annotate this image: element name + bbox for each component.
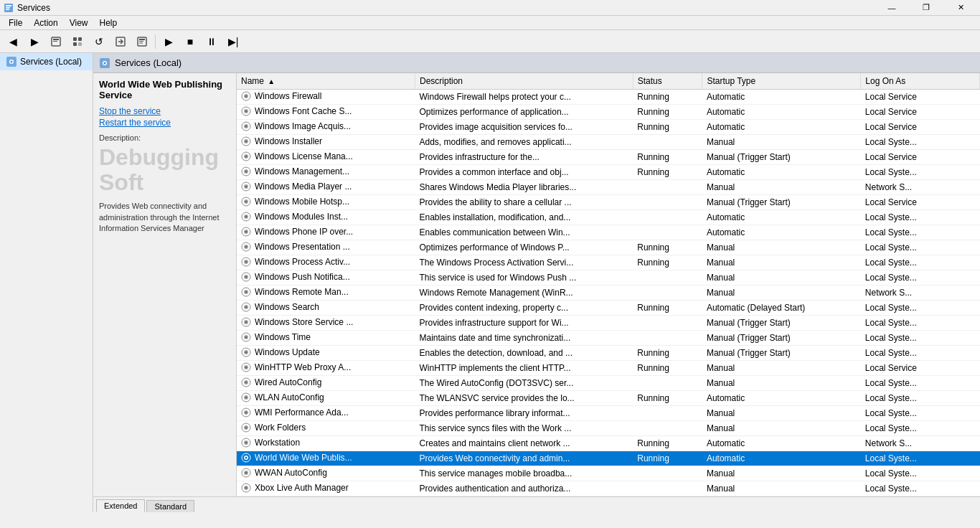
table-row[interactable]: Windows InstallerAdds, modifies, and rem… (237, 135, 980, 150)
svg-point-19 (11, 61, 13, 63)
svg-point-94 (245, 442, 248, 444)
svg-point-73 (245, 336, 248, 339)
column-header-logon[interactable]: Log On As (861, 73, 980, 90)
table-row[interactable]: Windows Push Notifica...This service is … (237, 270, 980, 286)
svg-point-46 (245, 201, 248, 203)
content-area: Services (Local) World Wide Web Publishi… (93, 53, 980, 512)
up-button[interactable] (46, 32, 66, 52)
svg-rect-16 (139, 42, 143, 43)
table-row[interactable]: Windows Process Activ...The Windows Proc… (237, 255, 980, 270)
table-row[interactable]: Windows Media Player ...Shares Windows M… (237, 180, 980, 195)
table-row[interactable]: Windows Management...Provides a common i… (237, 165, 980, 180)
table-row[interactable]: Windows Font Cache S...Optimizes perform… (237, 105, 980, 120)
menu-file[interactable]: File (3, 16, 28, 29)
back-button[interactable]: ◀ (3, 32, 23, 52)
split-view: World Wide Web Publishing Service Stop t… (93, 73, 980, 496)
restart-service-link[interactable]: Restart the service (99, 118, 230, 128)
sidebar-item-services-local[interactable]: Services (Local) (0, 53, 93, 70)
refresh-button[interactable]: ↺ (89, 32, 109, 52)
main-container: Services (Local) Services (Local) World … (0, 53, 980, 512)
tab-extended[interactable]: Extended (96, 499, 145, 512)
tab-standard[interactable]: Standard (146, 500, 194, 512)
info-panel: World Wide Web Publishing Service Stop t… (93, 73, 237, 496)
table-row[interactable]: WWAN AutoConfigThis service manages mobi… (237, 466, 980, 481)
svg-rect-10 (78, 42, 82, 46)
table-row[interactable]: Windows TimeMaintains date and time sync… (237, 331, 980, 346)
show-hide-button[interactable] (67, 32, 88, 52)
svg-point-43 (245, 186, 248, 188)
svg-point-52 (245, 231, 248, 233)
svg-rect-9 (73, 42, 77, 46)
properties-button[interactable] (132, 32, 152, 52)
stop-service-button[interactable]: ■ (180, 32, 200, 52)
table-row[interactable]: Work FoldersThis service syncs files wit… (237, 421, 980, 436)
column-header-description[interactable]: Description (415, 73, 633, 90)
svg-point-25 (245, 95, 248, 98)
table-row[interactable]: WorkstationCreates and maintains client … (237, 436, 980, 451)
svg-rect-6 (53, 41, 57, 42)
svg-point-58 (245, 261, 248, 263)
svg-point-28 (245, 110, 248, 113)
table-row[interactable]: Windows Image Acquis...Provides image ac… (237, 120, 980, 135)
svg-point-40 (245, 171, 248, 173)
description-label: Description: (99, 133, 230, 142)
svg-rect-7 (73, 37, 77, 41)
maximize-button[interactable]: ❐ (910, 0, 943, 16)
svg-point-85 (245, 397, 248, 399)
svg-point-37 (245, 156, 248, 158)
table-row[interactable]: Wired AutoConfigThe Wired AutoConfig (DO… (237, 376, 980, 391)
svg-point-34 (245, 141, 248, 143)
menu-view[interactable]: View (64, 16, 94, 29)
services-header-title: Services (Local) (115, 57, 182, 68)
svg-rect-2 (6, 7, 10, 9)
svg-point-61 (245, 276, 248, 278)
info-service-title: World Wide Web Publishing Service (99, 79, 230, 100)
menu-bar: File Action View Help (0, 16, 980, 30)
table-row[interactable]: Windows Remote Man...Windows Remote Mana… (237, 286, 980, 301)
menu-action[interactable]: Action (28, 16, 63, 29)
menu-help[interactable]: Help (94, 16, 123, 29)
table-row[interactable]: Windows License Mana...Provides infrastr… (237, 150, 980, 165)
table-row[interactable]: Xbox Live Auth ManagerProvides authentic… (237, 481, 980, 496)
start-service-button[interactable]: ▶ (159, 32, 179, 52)
svg-point-103 (245, 487, 248, 489)
table-row[interactable]: Windows Mobile Hotsp...Provides the abil… (237, 195, 980, 210)
pause-service-button[interactable]: ⏸ (202, 32, 222, 52)
table-row[interactable]: Windows SearchProvides content indexing,… (237, 301, 980, 316)
svg-point-100 (245, 472, 248, 474)
svg-point-88 (245, 412, 248, 414)
table-row[interactable]: World Wide Web Publis...Provides Web con… (237, 451, 980, 466)
svg-point-70 (245, 321, 248, 324)
table-row[interactable]: Windows Store Service ...Provides infras… (237, 316, 980, 331)
left-panel: Services (Local) (0, 53, 93, 512)
table-row[interactable]: Windows UpdateEnables the detection, dow… (237, 346, 980, 361)
toolbar-separator-1 (155, 34, 156, 49)
stop-service-link[interactable]: Stop the service (99, 106, 230, 116)
svg-point-22 (104, 62, 106, 64)
svg-point-97 (245, 457, 248, 459)
export-button[interactable] (110, 32, 131, 52)
minimize-button[interactable]: — (875, 0, 908, 16)
table-row[interactable]: Windows FirewallWindows Firewall helps p… (237, 90, 980, 105)
table-row[interactable]: Windows Presentation ...Optimizes perfor… (237, 240, 980, 255)
column-header-name[interactable]: Name ▲ (237, 73, 415, 90)
svg-rect-3 (6, 9, 9, 10)
svg-point-82 (245, 382, 248, 384)
svg-rect-15 (139, 41, 143, 42)
table-row[interactable]: WLAN AutoConfigThe WLANSVC service provi… (237, 391, 980, 406)
close-button[interactable]: ✕ (944, 0, 977, 16)
table-row[interactable]: WMI Performance Ada...Provides performan… (237, 406, 980, 421)
services-table: Name ▲ Description Status Startup Type L… (237, 73, 980, 496)
restart-service-button[interactable]: ▶| (223, 32, 243, 52)
column-header-startup[interactable]: Startup Type (702, 73, 861, 90)
table-row[interactable]: Windows Modules Inst...Enables installat… (237, 210, 980, 225)
column-header-status[interactable]: Status (633, 73, 702, 90)
table-row[interactable]: WinHTTP Web Proxy A...WinHTTP implements… (237, 361, 980, 376)
svg-rect-5 (53, 39, 59, 40)
services-table-container[interactable]: Name ▲ Description Status Startup Type L… (237, 73, 980, 496)
svg-rect-8 (78, 37, 82, 41)
forward-button[interactable]: ▶ (24, 32, 44, 52)
sidebar-label: Services (Local) (20, 57, 82, 67)
services-local-icon (6, 56, 17, 67)
table-row[interactable]: Windows Phone IP over...Enables communic… (237, 225, 980, 240)
